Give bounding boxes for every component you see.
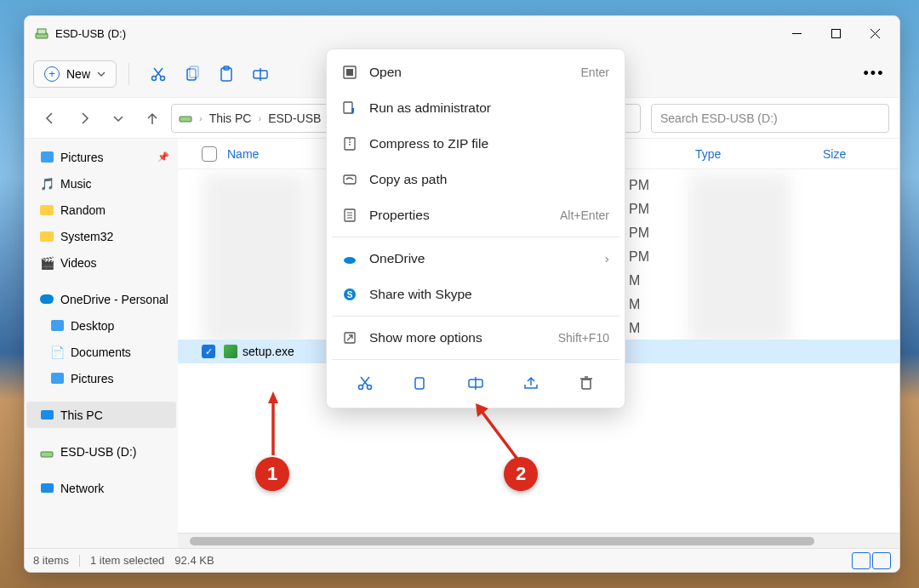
ctx-cut-button[interactable] <box>348 368 382 398</box>
annotation-arrow-1 <box>260 391 286 460</box>
new-button[interactable]: + New <box>33 60 117 88</box>
svg-point-34 <box>358 385 362 390</box>
back-button[interactable] <box>35 103 66 134</box>
ctx-open[interactable]: Open Enter <box>332 54 619 90</box>
column-size[interactable]: Size <box>823 147 846 161</box>
copy-button[interactable] <box>175 57 209 91</box>
video-icon: 🎬 <box>40 256 54 270</box>
sidebar-item-pictures[interactable]: Pictures📌 <box>26 144 176 170</box>
row-checkbox[interactable] <box>202 345 215 358</box>
status-size: 92.4 KB <box>174 554 214 567</box>
breadcrumb-current[interactable]: ESD-USB <box>268 111 321 125</box>
more-options-icon <box>342 330 357 345</box>
annotation-badge-1: 1 <box>255 457 289 491</box>
onedrive-icon <box>342 251 357 266</box>
sidebar-item-random[interactable]: Random <box>26 197 176 223</box>
svg-rect-20 <box>346 69 353 76</box>
more-button[interactable]: ••• <box>857 57 891 91</box>
sidebar-item-desktop[interactable]: Desktop <box>26 312 176 339</box>
sidebar-item-onedrive[interactable]: OneDrive - Personal <box>26 286 176 312</box>
exe-icon <box>224 345 237 358</box>
svg-rect-3 <box>831 29 840 37</box>
search-placeholder: Search ESD-USB (D:) <box>660 111 778 125</box>
column-type[interactable]: Type <box>695 147 823 161</box>
chevron-right-icon: › <box>199 113 203 123</box>
svg-rect-42 <box>582 380 591 389</box>
forward-button[interactable] <box>69 103 100 134</box>
sidebar-item-pictures2[interactable]: Pictures <box>26 365 176 391</box>
sidebar: Pictures📌 🎵Music Random System32 🎬Videos… <box>25 139 178 548</box>
open-icon <box>342 65 357 80</box>
sidebar-item-network[interactable]: Network <box>26 475 176 501</box>
minimize-button[interactable] <box>777 16 816 50</box>
sidebar-item-esdusb[interactable]: ESD-USB (D:) <box>26 438 176 465</box>
sidebar-item-system32[interactable]: System32 <box>26 223 176 249</box>
new-button-label: New <box>66 67 90 81</box>
pin-icon: 📌 <box>157 151 169 163</box>
sidebar-item-videos[interactable]: 🎬Videos <box>26 249 176 276</box>
layout-buttons <box>852 552 891 569</box>
svg-line-33 <box>347 335 352 340</box>
sidebar-item-music[interactable]: 🎵Music <box>26 170 176 197</box>
annotation-badge-2: 2 <box>504 457 538 491</box>
document-icon: 📄 <box>50 345 64 359</box>
ctx-delete-button[interactable] <box>569 368 603 398</box>
search-input[interactable]: Search ESD-USB (D:) <box>651 104 889 133</box>
svg-rect-1 <box>37 29 46 34</box>
details-view-button[interactable] <box>852 552 870 569</box>
context-menu: Open Enter Run as administrator Compress… <box>326 49 625 408</box>
drive-icon <box>40 445 54 459</box>
maximize-button[interactable] <box>816 16 855 50</box>
svg-point-6 <box>152 76 157 80</box>
properties-icon <box>342 208 357 223</box>
svg-rect-24 <box>344 175 356 184</box>
ctx-onedrive[interactable]: OneDrive › <box>332 241 619 277</box>
sidebar-item-documents[interactable]: 📄Documents <box>26 339 176 365</box>
ctx-share-skype[interactable]: S Share with Skype <box>332 277 619 312</box>
history-dropdown[interactable] <box>103 103 134 134</box>
ctx-share-button[interactable] <box>514 368 548 398</box>
chevron-right-icon: › <box>258 113 261 123</box>
icons-view-button[interactable] <box>872 552 891 569</box>
chevron-right-icon: › <box>605 251 609 266</box>
cut-button[interactable] <box>141 57 175 91</box>
folder-icon <box>40 230 54 243</box>
svg-rect-18 <box>41 452 53 457</box>
ctx-compress-zip[interactable]: Compress to ZIP file <box>332 126 619 162</box>
plus-icon: + <box>44 66 60 82</box>
svg-point-7 <box>161 76 165 80</box>
close-button[interactable] <box>855 16 894 50</box>
ctx-run-as-admin[interactable]: Run as administrator <box>332 90 619 126</box>
status-selected: 1 item selected <box>90 554 164 567</box>
pictures-icon <box>50 372 64 385</box>
svg-point-35 <box>367 385 371 390</box>
svg-point-29 <box>344 257 356 264</box>
ctx-separator <box>332 316 619 317</box>
zip-icon <box>342 136 357 151</box>
svg-marker-48 <box>476 403 488 417</box>
svg-rect-21 <box>344 102 352 113</box>
network-icon <box>40 482 54 495</box>
ctx-show-more[interactable]: Show more options Shift+F10 <box>332 320 619 356</box>
breadcrumb-root[interactable]: This PC <box>209 111 252 125</box>
horizontal-scrollbar[interactable] <box>178 533 899 548</box>
folder-icon <box>40 203 54 217</box>
ctx-copy-path[interactable]: Copy as path <box>332 162 619 197</box>
ctx-quick-actions <box>332 363 619 402</box>
select-all-checkbox[interactable] <box>202 146 217 162</box>
ctx-separator <box>332 237 619 237</box>
ctx-properties[interactable]: Properties Alt+Enter <box>332 197 619 233</box>
skype-icon: S <box>342 287 357 302</box>
cloud-icon <box>40 293 54 306</box>
svg-text:S: S <box>347 290 353 300</box>
up-button[interactable] <box>137 103 168 134</box>
rename-button[interactable] <box>243 57 277 91</box>
svg-rect-11 <box>190 66 198 77</box>
svg-rect-38 <box>415 378 424 389</box>
paste-button[interactable] <box>209 57 243 91</box>
shield-icon <box>342 100 357 116</box>
ctx-rename-button[interactable] <box>459 368 493 398</box>
sidebar-item-thispc[interactable]: This PC <box>26 402 176 428</box>
ctx-copy-button[interactable] <box>403 368 437 398</box>
ctx-separator <box>332 359 619 360</box>
